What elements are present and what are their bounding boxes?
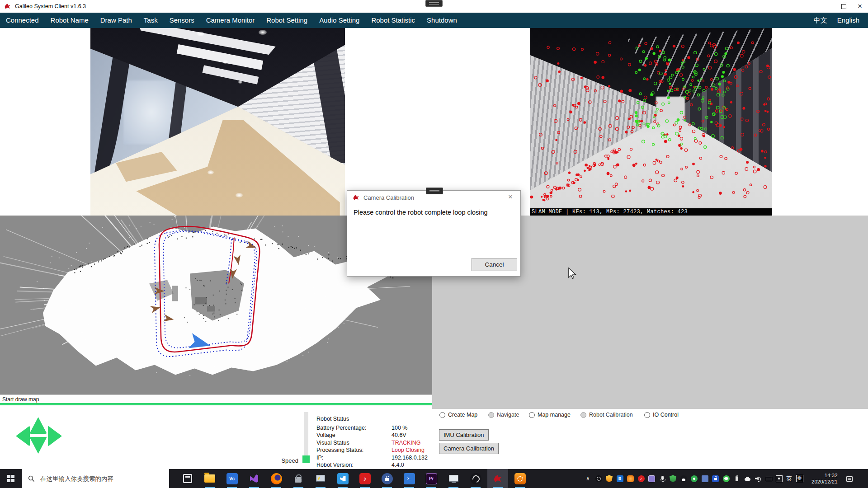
- menu-audio-setting[interactable]: Audio Setting: [313, 13, 365, 28]
- mode-control-panel: Create Map Navigate Map manage Robot Cal…: [432, 409, 868, 469]
- vnc-viewer-icon[interactable]: Vc: [222, 469, 242, 488]
- turn-left-button[interactable]: [16, 426, 30, 446]
- visual-studio-icon[interactable]: [244, 469, 264, 488]
- menu-lang-chinese[interactable]: 中文: [809, 13, 832, 28]
- speed-label: Speed: [264, 457, 298, 464]
- app-logo-icon: [4, 3, 11, 9]
- status-row-processing: Processing Status:Loop Closing: [316, 446, 429, 454]
- dialog-title: Camera Calibration: [363, 194, 414, 201]
- pc-monitor-icon[interactable]: [443, 469, 464, 488]
- obs-tray-icon[interactable]: [595, 475, 602, 482]
- screen-annotation-handle[interactable]: [426, 188, 443, 194]
- menu-sensors[interactable]: Sensors: [164, 13, 200, 28]
- turn-right-button[interactable]: [48, 426, 62, 446]
- menu-shutdown[interactable]: Shutdown: [421, 13, 463, 28]
- network-display-icon[interactable]: [765, 475, 772, 482]
- file-explorer-icon: [204, 474, 215, 483]
- remote-desktop-icon[interactable]: [310, 469, 331, 488]
- taskbar-clock[interactable]: 14:322020/12/21: [811, 472, 838, 485]
- ime-pinyin-icon[interactable]: 拼: [796, 475, 803, 482]
- premiere-icon[interactable]: Pr: [421, 469, 442, 488]
- windows-taskbar: Vc♪>_Pr ∧B♪英拼14:322020/12/21: [0, 469, 868, 488]
- slam-status-bar: SLAM MODE | KFs: 113, MPs: 27423, Matche…: [530, 208, 772, 216]
- action-center-icon[interactable]: [846, 475, 854, 482]
- search-input[interactable]: [39, 475, 169, 483]
- password-safe-icon[interactable]: [712, 475, 719, 482]
- menu-lang-english[interactable]: English: [832, 13, 864, 28]
- microphone-icon[interactable]: [659, 475, 666, 482]
- status-row-version: Robot Version:4.4.0: [316, 461, 429, 469]
- ime-lang-icon[interactable]: 英: [787, 475, 793, 482]
- speed-slider[interactable]: [304, 412, 308, 463]
- obs-icon: [470, 473, 481, 484]
- obs-icon[interactable]: [465, 469, 486, 488]
- menu-connected[interactable]: Connected: [0, 13, 45, 28]
- menu-robot-statistic[interactable]: Robot Statistic: [365, 13, 421, 28]
- move-forward-button[interactable]: [29, 417, 47, 434]
- ime-tool-icon[interactable]: [776, 475, 783, 482]
- close-button[interactable]: ×: [852, 0, 868, 13]
- start-button[interactable]: [0, 469, 22, 488]
- galileo-client-icon: [492, 473, 504, 484]
- wireless-disk-icon[interactable]: [691, 475, 698, 482]
- dialog-close-button[interactable]: ×: [505, 192, 515, 202]
- onedrive-icon[interactable]: [744, 475, 751, 482]
- status-row-voltage: Voltage40.6V: [316, 432, 429, 439]
- radio-navigate[interactable]: Navigate: [488, 412, 519, 418]
- netease-tray-icon[interactable]: ♪: [638, 475, 645, 482]
- robot-status-title: Robot Status: [316, 416, 429, 422]
- radio-circle-icon: [488, 412, 494, 418]
- defender-shield-icon[interactable]: [670, 475, 676, 482]
- screen-annotation-handle[interactable]: [425, 0, 443, 7]
- search-icon: [28, 475, 35, 482]
- map-status-strip: Start draw map: [0, 394, 432, 403]
- radio-create-map[interactable]: Create Map: [439, 412, 477, 418]
- dialog-message: Please control the robot complete loop c…: [354, 209, 488, 216]
- firefox-icon: [271, 473, 282, 484]
- speed-slider-handle[interactable]: [302, 455, 310, 463]
- powershell-icon[interactable]: >_: [399, 469, 420, 488]
- netease-music-icon: ♪: [359, 473, 371, 484]
- vscode-icon[interactable]: [332, 469, 353, 488]
- menu-task[interactable]: Task: [138, 13, 164, 28]
- menu-robot-setting[interactable]: Robot Setting: [260, 13, 313, 28]
- vscode-icon: [337, 473, 349, 484]
- menu-robot-name[interactable]: Robot Name: [45, 13, 94, 28]
- move-backward-button[interactable]: [29, 437, 47, 454]
- menu-camera-monitor[interactable]: Camera Monitor: [200, 13, 261, 28]
- teleop-panel: Speed Robot Status Battery Percentage:10…: [0, 405, 432, 469]
- menu-draw-path[interactable]: Draw Path: [94, 13, 138, 28]
- security-shield-icon[interactable]: [606, 475, 613, 482]
- task-view-icon[interactable]: [177, 469, 198, 488]
- radio-robot-calibration[interactable]: Robot Calibration: [580, 412, 633, 418]
- phone-tray-icon[interactable]: [648, 475, 655, 482]
- vnc-viewer-icon: Vc: [226, 473, 238, 484]
- vpn-lock-icon[interactable]: [288, 469, 309, 488]
- qq-icon[interactable]: [680, 475, 687, 482]
- firefox-icon[interactable]: [266, 469, 287, 488]
- keepass-icon[interactable]: [377, 469, 397, 488]
- slam-feature-points: [530, 28, 772, 208]
- blue-app-icon[interactable]: [702, 475, 708, 482]
- wechat-icon[interactable]: [723, 475, 730, 482]
- imu-calibration-button[interactable]: IMU Calibration: [439, 429, 489, 441]
- camera-calibration-button[interactable]: Camera Calibration: [439, 443, 499, 454]
- galileo-system-client-window: Galileo System Client v1.6.3 – × Connect…: [0, 0, 868, 488]
- capture-tray-icon[interactable]: [627, 475, 634, 482]
- bluetooth-icon[interactable]: B: [617, 475, 623, 482]
- task-view-icon: [183, 474, 192, 483]
- volume-icon[interactable]: [755, 475, 761, 482]
- keepass-icon: [382, 473, 393, 484]
- minimize-button[interactable]: –: [819, 0, 835, 13]
- netease-music-icon[interactable]: ♪: [354, 469, 375, 488]
- restore-button[interactable]: [835, 0, 852, 13]
- radio-map-manage[interactable]: Map manage: [529, 412, 571, 418]
- dialog-cancel-button[interactable]: Cancel: [472, 258, 517, 271]
- radio-io-control[interactable]: IO Control: [644, 412, 679, 418]
- file-explorer-icon[interactable]: [199, 469, 220, 488]
- taskbar-search[interactable]: [22, 469, 169, 488]
- screen-capture-icon[interactable]: [509, 469, 530, 488]
- usb-device-icon[interactable]: [733, 475, 740, 482]
- galileo-client-icon[interactable]: [487, 469, 508, 488]
- tray-expand-icon[interactable]: ∧: [585, 475, 591, 482]
